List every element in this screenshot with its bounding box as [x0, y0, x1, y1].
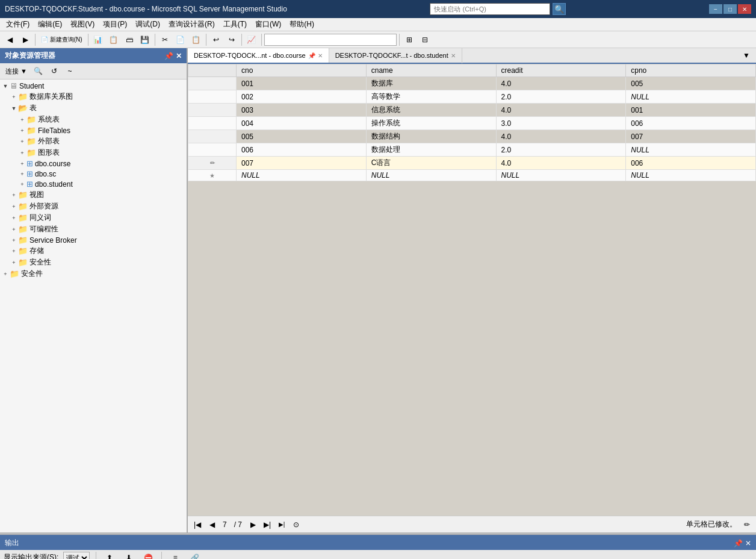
nav-last-btn[interactable]: ▶| — [261, 519, 273, 531]
menu-file[interactable]: 文件(F) — [2, 18, 33, 31]
menu-view[interactable]: 视图(V) — [67, 18, 98, 31]
table-row[interactable]: 005 数据结构 4.0 007 — [188, 130, 756, 143]
menu-debug[interactable]: 调试(D) — [132, 18, 164, 31]
tb-redo-btn[interactable]: ↪ — [225, 33, 239, 46]
cell-cname-3[interactable]: 信息系统 — [366, 104, 496, 117]
cell-cno-1[interactable]: 001 — [237, 77, 367, 90]
tab-dbo-course[interactable]: DESKTOP-TQDOCK...nt - dbo.course 📌 ✕ — [188, 48, 329, 63]
cell-creadit-4[interactable]: 3.0 — [496, 117, 626, 130]
cell-cpno-6[interactable]: NULL — [626, 143, 756, 157]
oe-refresh-btn[interactable]: ↺ — [47, 64, 61, 78]
cell-creadit-6[interactable]: 2.0 — [496, 143, 626, 157]
table-row[interactable]: ✏ 007 C语言 4.0 006 — [188, 157, 756, 170]
menu-tools[interactable]: 工具(T) — [220, 18, 250, 31]
oe-options-btn[interactable]: ~ — [63, 64, 77, 78]
output-btn-2[interactable]: ⬇ — [122, 551, 136, 560]
cell-cname-4[interactable]: 操作系统 — [366, 117, 496, 130]
minimize-button[interactable]: − — [709, 4, 722, 14]
cell-cno-3[interactable]: 003 — [237, 104, 367, 117]
tree-node-dbo-course[interactable]: + ⊞ dbo.course — [1, 158, 185, 169]
tree-node-storage[interactable]: + 📁 存储 — [1, 245, 185, 257]
oe-close-icon[interactable]: ✕ — [176, 52, 182, 60]
tb-btn-1[interactable]: 📊 — [91, 33, 105, 46]
cell-creadit-3[interactable]: 4.0 — [496, 104, 626, 117]
cell-cpno-7[interactable]: 006 — [626, 157, 756, 170]
tab-dropdown-btn[interactable]: ▼ — [739, 49, 754, 62]
output-btn-1[interactable]: ⬆ — [102, 551, 117, 560]
tb-btn-2[interactable]: 📋 — [107, 33, 121, 46]
cell-creadit-1[interactable]: 4.0 — [496, 77, 626, 90]
table-row[interactable]: 001 数据库 4.0 005 — [188, 77, 756, 90]
tree-node-security[interactable]: + 📁 安全性 — [1, 257, 185, 268]
menu-edit[interactable]: 编辑(E) — [34, 18, 66, 31]
cell-cpno-5[interactable]: 007 — [626, 130, 756, 143]
tb-back-button[interactable]: ◀ — [2, 33, 17, 46]
table-row-new[interactable]: ★ NULL NULL NULL NULL — [188, 170, 756, 181]
tree-node-extres[interactable]: + 📁 外部资源 — [1, 201, 185, 212]
tb-new-query-btn[interactable]: 📄 新建查询(N) — [38, 33, 85, 46]
cell-creadit-2[interactable]: 2.0 — [496, 90, 626, 104]
tb-btn-4[interactable]: 💾 — [138, 33, 152, 46]
output-btn-5[interactable]: 🔗 — [187, 551, 202, 560]
cell-cpno-3[interactable]: 001 — [626, 104, 756, 117]
cell-cname-5[interactable]: 数据结构 — [366, 130, 496, 143]
cell-cno-4[interactable]: 004 — [237, 117, 367, 130]
cell-cpno-2[interactable]: NULL — [626, 90, 756, 104]
nav-first-btn[interactable]: |◀ — [191, 519, 203, 531]
tab-course-close[interactable]: ✕ — [318, 52, 323, 59]
cell-creadit-7[interactable]: 4.0 — [496, 157, 626, 170]
tb-paste-btn[interactable]: 📋 — [189, 33, 203, 46]
cell-cname-7[interactable]: C语言 — [366, 157, 496, 170]
tree-node-systables[interactable]: + 📁 系统表 — [1, 114, 185, 125]
tree-node-dbo-sc[interactable]: + ⊞ dbo.sc — [1, 169, 185, 179]
cell-cno-2[interactable]: 002 — [237, 90, 367, 104]
tree-node-dbo-student[interactable]: + ⊞ dbo.student — [1, 179, 185, 189]
tab-student-close[interactable]: ✕ — [451, 52, 456, 59]
close-button[interactable]: ✕ — [738, 4, 751, 14]
tree-node-exttables[interactable]: + 📁 外部表 — [1, 136, 185, 147]
nav-prev-btn[interactable]: ◀ — [206, 519, 218, 531]
tb-forward-button[interactable]: ▶ — [18, 33, 33, 46]
tb-chart-btn[interactable]: 📈 — [244, 33, 259, 46]
output-pin-icon[interactable]: 📌 — [734, 539, 743, 548]
quick-launch-input[interactable] — [430, 3, 550, 15]
nav-stop-btn[interactable]: ▶| — [276, 519, 288, 531]
cell-cpno-4[interactable]: 006 — [626, 117, 756, 130]
cell-cname-1[interactable]: 数据库 — [366, 77, 496, 90]
nav-refresh-btn[interactable]: ⊙ — [290, 519, 302, 531]
output-btn-3[interactable]: ⛔ — [141, 551, 155, 560]
tree-node-student[interactable]: ▼ 🖥 Student — [1, 81, 185, 91]
cell-creadit-new[interactable]: NULL — [496, 170, 626, 181]
tb-grid-btn-2[interactable]: ⊟ — [418, 33, 432, 46]
oe-connect-btn[interactable]: 连接 ▼ — [2, 64, 30, 78]
tree-node-graphtables[interactable]: + 📁 图形表 — [1, 147, 185, 158]
tb-search-input[interactable] — [264, 34, 397, 46]
tree-node-views[interactable]: + 📁 视图 — [1, 189, 185, 201]
cell-cname-2[interactable]: 高等数学 — [366, 90, 496, 104]
cell-cno-new[interactable]: NULL — [237, 170, 367, 181]
table-row[interactable]: 002 高等数学 2.0 NULL — [188, 90, 756, 104]
search-button[interactable]: 🔍 — [553, 3, 566, 15]
table-row[interactable]: 004 操作系统 3.0 006 — [188, 117, 756, 130]
menu-query-designer[interactable]: 查询设计器(R) — [165, 18, 218, 31]
tree-node-dbdiagram[interactable]: + 📁 数据库关系图 — [1, 91, 185, 102]
tree-node-security2[interactable]: + 📁 安全件 — [1, 268, 185, 280]
cell-cno-5[interactable]: 005 — [237, 130, 367, 143]
cell-cname-6[interactable]: 数据处理 — [366, 143, 496, 157]
tb-grid-btn[interactable]: ⊞ — [402, 33, 417, 46]
tree-node-filetables[interactable]: + 📁 FileTables — [1, 125, 185, 136]
cell-cno-7[interactable]: 007 — [237, 157, 367, 170]
table-row[interactable]: 003 信息系统 4.0 001 — [188, 104, 756, 117]
output-source-select[interactable]: 调试 生成 常规 — [63, 552, 90, 560]
menu-help[interactable]: 帮助(H) — [286, 18, 318, 31]
output-close-icon[interactable]: ✕ — [745, 539, 751, 548]
cell-cpno-new[interactable]: NULL — [626, 170, 756, 181]
tree-node-synonyms[interactable]: + 📁 同义词 — [1, 212, 185, 223]
tb-undo-btn[interactable]: ↩ — [209, 33, 223, 46]
tb-btn-3[interactable]: 🗃 — [122, 33, 137, 46]
oe-pin-icon[interactable]: 📌 — [164, 52, 173, 60]
menu-window[interactable]: 窗口(W) — [252, 18, 285, 31]
cell-cpno-1[interactable]: 005 — [626, 77, 756, 90]
nav-next-btn[interactable]: ▶ — [247, 519, 259, 531]
menu-project[interactable]: 项目(P) — [99, 18, 131, 31]
